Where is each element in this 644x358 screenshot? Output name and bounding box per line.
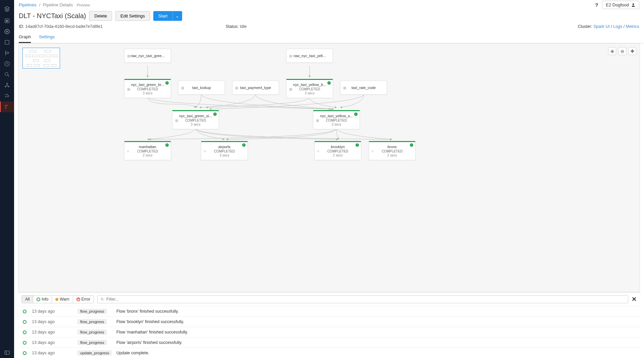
- log-event: flow_progress: [77, 340, 107, 345]
- filter-warn[interactable]: Warn: [52, 296, 73, 303]
- metrics-link[interactable]: Metrics: [626, 24, 639, 29]
- node-taxi-lookup[interactable]: ▦taxi_lookup: [178, 81, 225, 95]
- log-row[interactable]: 13 days ago flow_progress Flow 'brooklyn…: [18, 316, 640, 327]
- status-icon: [23, 341, 26, 345]
- node-manhattan[interactable]: ≡✓manhattanCOMPLETED2 secs: [124, 141, 171, 160]
- log-time: 13 days ago: [32, 319, 72, 324]
- breadcrumb-current: Pipeline Details: [43, 2, 73, 7]
- start-dropdown[interactable]: ⌄: [172, 11, 182, 21]
- svg-rect-3: [5, 40, 9, 44]
- page-title: DLT - NYCTaxi (Scala): [19, 12, 86, 20]
- data-icon[interactable]: D: [0, 15, 14, 26]
- tab-settings[interactable]: Settings: [39, 32, 55, 43]
- models-icon[interactable]: [0, 80, 14, 91]
- spark-ui-link[interactable]: Spark UI: [593, 24, 610, 29]
- search-icon: [100, 297, 104, 301]
- log-time: 13 days ago: [32, 351, 72, 355]
- delete-button[interactable]: Delete: [89, 11, 112, 21]
- user-icon: [631, 3, 636, 7]
- id-label: ID:: [19, 24, 24, 29]
- status-label: Status:: [226, 24, 239, 29]
- filter-error[interactable]: Error: [73, 296, 94, 303]
- filter-input[interactable]: [106, 297, 625, 302]
- log-row[interactable]: 13 days ago update_progress Update compl…: [18, 348, 640, 358]
- tab-graph[interactable]: Graph: [19, 32, 31, 43]
- repos-icon[interactable]: [0, 48, 14, 58]
- log-time: 13 days ago: [32, 330, 72, 334]
- log-message: Update complete.: [116, 351, 635, 355]
- node-yellow-b[interactable]: ▦✓nyc_taxi_yellow_b...COMPLETED3 secs: [286, 79, 333, 98]
- compute-icon[interactable]: [0, 91, 14, 101]
- logs-link[interactable]: Logs: [613, 24, 622, 29]
- node-raw-green[interactable]: ▦raw_nyc_taxi_gree...: [124, 49, 171, 63]
- status-value: Idle: [240, 24, 247, 29]
- log-event: flow_progress: [77, 309, 107, 314]
- graph-canvas[interactable]: ⊕ ⊖ ✥: [18, 43, 640, 292]
- log-row[interactable]: 13 days ago flow_progress Flow 'manhatta…: [18, 327, 640, 337]
- log-event: flow_progress: [77, 319, 107, 324]
- svg-point-10: [633, 3, 634, 5]
- breadcrumb-root[interactable]: Pipelines: [19, 2, 37, 7]
- node-airports[interactable]: ≡✓airportsCOMPLETED3 secs: [201, 141, 248, 160]
- status-icon: [23, 330, 26, 334]
- logo-icon[interactable]: [0, 3, 14, 15]
- panel-icon[interactable]: [0, 347, 14, 358]
- log-time: 13 days ago: [32, 309, 72, 314]
- svg-point-5: [5, 73, 8, 76]
- node-taxi-payment[interactable]: ▦taxi_payment_type: [232, 81, 279, 95]
- log-message: Flow 'airports' finished successfully.: [116, 340, 635, 345]
- node-raw-yellow[interactable]: ▦raw_nyc_taxi_yell...: [286, 49, 333, 63]
- filter-all[interactable]: All: [22, 296, 33, 303]
- svg-text:D: D: [6, 19, 8, 23]
- user-menu[interactable]: E2 Dogfood: [602, 1, 639, 9]
- log-message: Flow 'manhattan' finished successfully.: [116, 330, 635, 334]
- node-rate-code[interactable]: ▦taxi_rate_code: [340, 81, 387, 95]
- close-log-icon[interactable]: ✕: [632, 296, 637, 303]
- node-yellow-s[interactable]: ▦✓nyc_taxi_yellow_s...COMPLETED3 secs: [313, 110, 360, 129]
- status-icon: [23, 320, 26, 324]
- filter-info[interactable]: Info: [33, 296, 52, 303]
- log-message: Flow 'brooklyn' finished successfully.: [116, 319, 635, 324]
- node-bronx[interactable]: ≡✓bronxCOMPLETED2 secs: [369, 141, 416, 160]
- edit-settings-button[interactable]: Edit Settings: [115, 11, 150, 21]
- pipeline-id: 14ad87cf-70da-4160-8ecd-ba9e7e7d8fe1: [25, 24, 103, 29]
- node-brooklyn[interactable]: ≡✓brooklynCOMPLETED2 secs: [314, 141, 361, 160]
- search-icon[interactable]: [0, 69, 14, 80]
- preview-tag: Preview: [77, 3, 90, 7]
- svg-point-6: [7, 83, 8, 84]
- help-icon[interactable]: ?: [595, 2, 598, 8]
- log-row[interactable]: 13 days ago flow_progress Flow 'bronx' f…: [18, 306, 640, 316]
- log-event: flow_progress: [77, 329, 107, 335]
- pipelines-icon[interactable]: [0, 101, 14, 112]
- cluster-label: Cluster:: [578, 24, 592, 29]
- node-green-br[interactable]: ▦✓nyc_taxi_green_br...COMPLETED3 secs: [124, 79, 171, 98]
- log-time: 13 days ago: [32, 340, 72, 345]
- status-icon: [23, 351, 26, 355]
- log-message: Flow 'bronx' finished successfully.: [116, 309, 635, 314]
- create-icon[interactable]: [0, 26, 14, 37]
- user-name: E2 Dogfood: [606, 2, 629, 7]
- left-sidebar: D: [0, 0, 14, 358]
- log-event: update_progress: [77, 350, 112, 356]
- svg-rect-9: [5, 351, 9, 355]
- status-icon: [23, 310, 26, 313]
- start-button[interactable]: Start: [153, 11, 172, 21]
- recents-icon[interactable]: [0, 58, 14, 69]
- log-panel: All Info Warn Error ✕ 13 days ago flow_p…: [18, 292, 640, 358]
- log-row[interactable]: 13 days ago flow_progress Flow 'airports…: [18, 337, 640, 348]
- workspace-icon[interactable]: [0, 37, 14, 48]
- node-green-si[interactable]: ▦✓nyc_taxi_green_si...COMPLETED3 secs: [172, 110, 219, 129]
- svg-point-11: [101, 298, 103, 300]
